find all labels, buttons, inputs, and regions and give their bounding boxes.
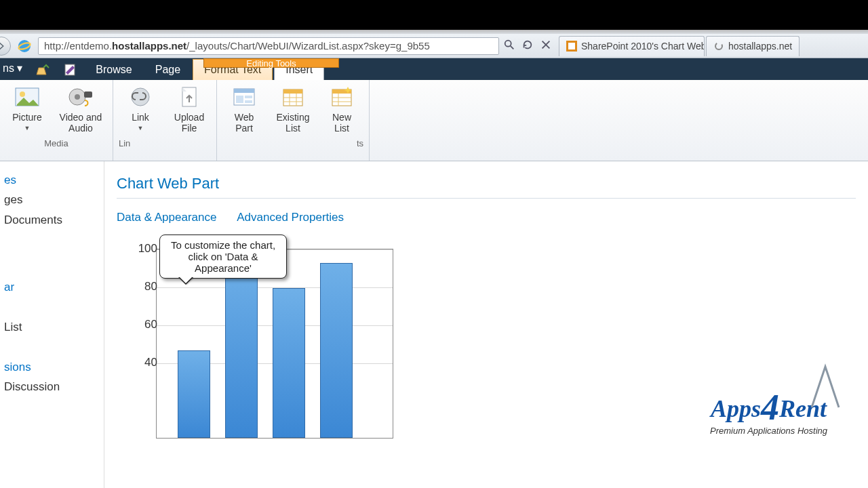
svg-line-3 <box>511 46 514 49</box>
web-part-button[interactable]: Web Part <box>222 83 266 136</box>
btn-label: Upload File <box>174 112 204 134</box>
btn-label: Web Part <box>235 112 254 134</box>
chart-y-tick-label: 40 <box>144 356 157 369</box>
tab-label: SharePoint 2010's Chart Web P... <box>581 41 705 52</box>
svg-point-15 <box>132 88 149 106</box>
group-label-parts: ts <box>357 136 363 150</box>
svg-rect-7 <box>568 43 575 49</box>
browser-tab-strip: SharePoint 2010's Chart Web P... hostall… <box>559 35 801 58</box>
existing-list-icon <box>280 85 306 110</box>
browser-tab-active[interactable]: SharePoint 2010's Chart Web P... <box>559 36 705 56</box>
chart-bar <box>273 288 305 438</box>
upload-file-icon <box>176 85 202 110</box>
svg-point-2 <box>505 41 511 47</box>
stop-icon[interactable] <box>540 39 552 53</box>
svg-rect-18 <box>234 89 254 93</box>
web-part-title: Chart Web Part <box>117 175 856 199</box>
btn-label: Existing List <box>276 112 309 134</box>
group-label-media: Media <box>44 136 68 150</box>
new-list-button[interactable]: New List <box>320 83 363 136</box>
nav-item-discussion[interactable]: Discussion <box>0 377 104 397</box>
group-label-links: Lin <box>119 136 130 150</box>
svg-point-13 <box>75 94 80 100</box>
sharepoint-favicon-icon <box>566 41 577 52</box>
loading-spinner-icon <box>713 41 724 52</box>
forward-button[interactable] <box>0 37 11 56</box>
chart-bar <box>320 263 353 438</box>
content-area: es ges Documents ar List sions Discussio… <box>0 161 868 488</box>
ribbon-group-media: Picture ▼ Video and Audio Media <box>0 80 113 161</box>
nav-item-documents[interactable]: Documents <box>0 210 104 230</box>
chevron-down-icon: ▼ <box>24 123 31 134</box>
tab-browse[interactable]: Browse <box>85 60 142 80</box>
btn-label: New List <box>332 112 351 134</box>
url-text-host: hostallapps.net <box>112 40 186 52</box>
navigate-up-icon[interactable] <box>35 62 50 77</box>
browser-tab-loading[interactable]: hostallapps.net <box>706 36 800 56</box>
ie-icon <box>16 38 33 54</box>
svg-rect-19 <box>236 96 243 103</box>
web-part-toolbar: Data & Appearance Advanced Properties <box>117 211 856 224</box>
nav-heading-discussions[interactable]: sions <box>0 358 104 377</box>
web-part-icon <box>231 85 257 110</box>
svg-rect-23 <box>283 89 302 94</box>
search-icon[interactable] <box>503 39 515 53</box>
browser-window: http://entdemo.hostallapps.net/_layouts/… <box>0 30 868 488</box>
address-bar-actions <box>503 39 552 53</box>
tab-page[interactable]: Page <box>144 60 191 80</box>
logo-swoosh-icon <box>805 363 846 411</box>
new-list-icon <box>329 85 355 110</box>
btn-label: Link <box>132 112 149 123</box>
quick-launch-nav: es ges Documents ar List sions Discussio… <box>0 161 104 488</box>
chart-y-tick-label: 80 <box>144 280 157 293</box>
svg-point-8 <box>715 43 722 49</box>
link-button[interactable]: Link ▼ <box>119 83 162 136</box>
upload-file-button[interactable]: Upload File <box>167 83 211 136</box>
chart-bar <box>178 350 210 438</box>
url-text-pre: http://entdemo. <box>44 40 112 52</box>
contextual-tab-group-title: Editing Tools <box>203 58 339 68</box>
tutorial-tooltip: To customize the chart, click on 'Data &… <box>159 235 287 279</box>
logo-text-apps: Apps <box>711 395 761 422</box>
url-text-post: /_layouts/Chart/WebUI/WizardList.aspx?sk… <box>186 40 430 52</box>
tab-label: hostallapps.net <box>728 41 792 52</box>
address-bar: http://entdemo.hostallapps.net/_layouts/… <box>0 34 868 58</box>
chevron-down-icon: ▼ <box>138 123 144 134</box>
web-part-zone: Chart Web Part Data & Appearance Advance… <box>104 161 868 488</box>
video-audio-button[interactable]: Video and Audio <box>54 83 107 136</box>
nav-heading[interactable]: ar <box>0 278 104 297</box>
video-audio-icon <box>68 85 94 110</box>
ribbon-group-parts: Web Part Existing List New List ts <box>217 80 370 161</box>
existing-list-button[interactable]: Existing List <box>271 83 315 136</box>
svg-rect-20 <box>245 96 252 98</box>
edit-page-icon[interactable] <box>63 62 78 77</box>
url-field[interactable]: http://entdemo.hostallapps.net/_layouts/… <box>38 37 499 55</box>
refresh-icon[interactable] <box>521 39 534 53</box>
svg-rect-21 <box>245 100 252 103</box>
picture-button[interactable]: Picture ▼ <box>5 83 49 136</box>
logo-text-4: 4 <box>761 387 779 428</box>
svg-point-11 <box>20 92 25 97</box>
nav-item[interactable]: ges <box>0 190 104 210</box>
btn-label: Video and Audio <box>60 112 102 134</box>
nav-heading[interactable]: es <box>0 171 104 190</box>
chart-y-tick-label: 100 <box>138 242 157 256</box>
letterbox <box>0 0 868 30</box>
site-actions-button[interactable]: ns ▾ <box>0 62 28 80</box>
chart-bar <box>225 258 258 438</box>
ribbon-body: Picture ▼ Video and Audio Media Link ▼ <box>0 80 868 161</box>
ribbon-group-links: Link ▼ Upload File Lin <box>113 80 217 161</box>
btn-label: Picture <box>12 112 42 123</box>
data-appearance-link[interactable]: Data & Appearance <box>117 211 216 224</box>
picture-icon <box>14 85 40 110</box>
advanced-properties-link[interactable]: Advanced Properties <box>237 211 344 224</box>
svg-rect-14 <box>84 92 92 98</box>
chart-y-tick-label: 60 <box>144 318 157 331</box>
nav-item[interactable]: List <box>0 317 104 338</box>
apps4rent-logo: Apps4Rent Premium Applications Hosting <box>710 384 827 436</box>
sharepoint-page: Editing Tools ns ▾ Browse Page Format Te… <box>0 58 868 488</box>
link-icon <box>127 85 153 110</box>
ribbon-tab-row: ns ▾ Browse Page Format Text Insert <box>0 58 868 80</box>
